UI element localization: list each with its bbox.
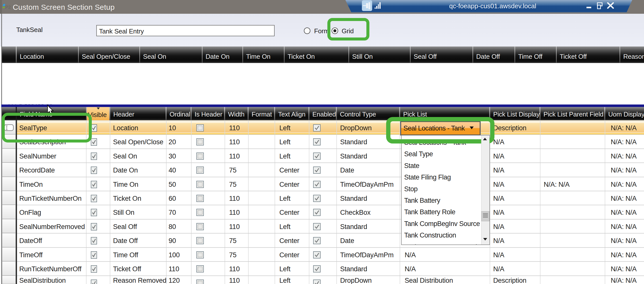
svg-text:P2: P2 [5, 5, 11, 10]
